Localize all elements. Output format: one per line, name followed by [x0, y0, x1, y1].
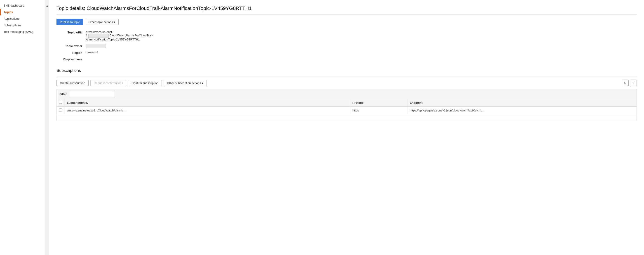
help-button[interactable]: ? — [630, 80, 637, 86]
other-subscription-actions-button[interactable]: Other subscription actions ▾ — [164, 80, 207, 86]
row-endpoint: https://api.opsgenie.com/v1/json/cloudwa… — [408, 106, 637, 114]
subscriptions-table-header: Subscription ID Protocol Endpoint — [57, 99, 637, 107]
topic-region-row: Region us-east-1 — [56, 51, 637, 54]
topic-owner-value — [86, 44, 106, 48]
select-all-checkbox[interactable] — [59, 101, 62, 104]
sidebar-item-applications[interactable]: Applications — [0, 15, 45, 22]
main-content: Topic details: CloudWatchAlarmsForCloudT… — [49, 0, 644, 255]
page-title: Topic details: CloudWatchAlarmsForCloudT… — [56, 6, 637, 15]
topic-action-bar: Publish to topic Other topic actions ▾ — [56, 19, 637, 25]
subscription-action-bar: Create subscription Request confirmation… — [56, 80, 637, 86]
subscriptions-title: Subscriptions — [56, 68, 637, 73]
subscriptions-table-body: arn:aws:sns:us-east-1: :CloudWatchAlarms… — [57, 106, 637, 121]
topic-owner-row: Topic owner — [56, 44, 637, 48]
publish-to-topic-button[interactable]: Publish to topic — [56, 19, 83, 25]
table-row: arn:aws:sns:us-east-1: :CloudWatchAlarms… — [57, 106, 637, 114]
arn-redacted — [88, 34, 109, 38]
collapse-icon: ◀ — [46, 4, 48, 8]
confirm-subscription-button[interactable]: Confirm subscription — [128, 80, 162, 86]
filter-input[interactable] — [69, 91, 114, 97]
row-checkbox-cell — [57, 106, 64, 114]
subscriptions-table: Subscription ID Protocol Endpoint arn:aw… — [56, 99, 637, 121]
header-subscription-id: Subscription ID — [64, 99, 350, 107]
sidebar-item-text-messaging[interactable]: Text messaging (SMS) — [0, 28, 45, 35]
row-checkbox[interactable] — [59, 108, 62, 112]
filter-row: Filter — [56, 89, 637, 99]
subscription-toolbar-right: ↻ ? — [622, 80, 637, 86]
filter-label: Filter — [60, 92, 67, 96]
subscriptions-section: Subscriptions Create subscription Reques… — [56, 68, 637, 121]
row-subscription-id: arn:aws:sns:us-east-1: :CloudWatchAlarms… — [64, 106, 350, 114]
header-checkbox-col — [57, 99, 64, 107]
sidebar-item-subscriptions[interactable]: Subscriptions — [0, 22, 45, 28]
sidebar-item-topics[interactable]: Topics — [0, 9, 45, 15]
topic-region-label: Region — [56, 51, 86, 54]
request-confirmations-button: Request confirmations — [90, 80, 126, 86]
topic-region-value: us-east-1 — [86, 51, 98, 54]
refresh-button[interactable]: ↻ — [622, 80, 629, 86]
empty-row — [57, 114, 637, 121]
header-endpoint: Endpoint — [408, 99, 637, 107]
topic-display-name-label: Display name — [56, 57, 86, 61]
topic-arn-label: Topic ARN — [56, 30, 86, 34]
owner-redacted — [86, 44, 106, 48]
sidebar-item-sns-dashboard[interactable]: SNS dashboard — [0, 2, 45, 9]
sidebar: SNS dashboard Topics Applications Subscr… — [0, 0, 45, 255]
topic-display-name-row: Display name — [56, 57, 637, 61]
header-protocol: Protocol — [350, 99, 408, 107]
subscriptions-divider — [56, 76, 637, 76]
create-subscription-button[interactable]: Create subscription — [56, 80, 88, 86]
sidebar-toggle[interactable]: ◀ — [45, 0, 49, 255]
topic-arn-value: arn:aws:sns:us-east- 1::CloudWatchAlarms… — [86, 30, 153, 41]
topic-arn-row: Topic ARN arn:aws:sns:us-east- 1::CloudW… — [56, 30, 637, 41]
topic-details: Topic ARN arn:aws:sns:us-east- 1::CloudW… — [56, 30, 637, 61]
row-protocol: https — [350, 106, 408, 114]
topic-owner-label: Topic owner — [56, 44, 86, 48]
other-topic-actions-button[interactable]: Other topic actions ▾ — [85, 19, 119, 25]
